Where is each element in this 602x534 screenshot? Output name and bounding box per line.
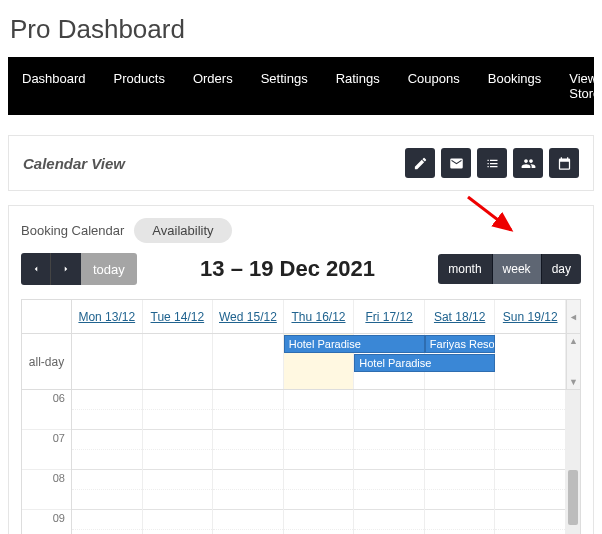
tab-availability[interactable]: Availability	[134, 218, 231, 243]
scrollbar-thumb[interactable]	[568, 470, 578, 525]
time-column[interactable]	[425, 390, 496, 534]
edit-icon[interactable]	[405, 148, 435, 178]
time-label: 06	[22, 390, 71, 430]
time-label: 07	[22, 430, 71, 470]
nav-dashboard[interactable]: Dashboard	[8, 57, 100, 115]
panel-icon-row	[405, 148, 579, 178]
day-header-tue[interactable]: Tue 14/12	[151, 310, 205, 324]
view-day-button[interactable]: day	[542, 254, 581, 284]
nav-view-store[interactable]: View Store	[555, 57, 602, 115]
header-scrollbar[interactable]: ◄	[566, 300, 580, 333]
panel-title: Calendar View	[23, 155, 125, 172]
nav-ratings[interactable]: Ratings	[322, 57, 394, 115]
calendar-icon[interactable]	[549, 148, 579, 178]
calendar-grid: Mon 13/12 Tue 14/12 Wed 15/12 Thu 16/12 …	[21, 299, 581, 534]
time-column[interactable]	[213, 390, 284, 534]
event[interactable]: Hotel Paradise	[284, 335, 425, 353]
view-week-button[interactable]: week	[493, 254, 542, 284]
day-header-mon[interactable]: Mon 13/12	[78, 310, 135, 324]
time-label: 08	[22, 470, 71, 510]
time-scrollbar[interactable]	[566, 390, 580, 534]
users-icon[interactable]	[513, 148, 543, 178]
calendar-tabs: Booking Calendar Availability	[21, 218, 581, 243]
day-header-fri[interactable]: Fri 17/12	[365, 310, 412, 324]
tab-booking-calendar[interactable]: Booking Calendar	[21, 223, 124, 238]
time-column[interactable]	[72, 390, 143, 534]
all-day-label: all-day	[22, 334, 72, 389]
envelope-icon[interactable]	[441, 148, 471, 178]
time-label: 09	[22, 510, 71, 534]
calendar-panel-body: Booking Calendar Availability today 13 –…	[8, 205, 594, 534]
allday-scrollbar[interactable]: ▲▼	[566, 334, 580, 389]
day-header-sun[interactable]: Sun 19/12	[503, 310, 558, 324]
nav-coupons[interactable]: Coupons	[394, 57, 474, 115]
view-month-button[interactable]: month	[438, 254, 492, 284]
time-column[interactable]	[143, 390, 214, 534]
calendar-toolbar: today 13 – 19 Dec 2021 month week day	[21, 253, 581, 285]
nav-bookings[interactable]: Bookings	[474, 57, 555, 115]
time-column[interactable]	[495, 390, 566, 534]
day-header-sat[interactable]: Sat 18/12	[434, 310, 485, 324]
event[interactable]: Fariyas Resort	[425, 335, 496, 353]
next-button[interactable]	[51, 253, 81, 285]
calendar-panel-header: Calendar View	[8, 135, 594, 191]
day-header-wed[interactable]: Wed 15/12	[219, 310, 277, 324]
today-button[interactable]: today	[81, 253, 137, 285]
page-title: Pro Dashboard	[0, 0, 602, 57]
time-column[interactable]	[284, 390, 355, 534]
list-icon[interactable]	[477, 148, 507, 178]
time-column[interactable]	[354, 390, 425, 534]
main-nav: Dashboard Products Orders Settings Ratin…	[8, 57, 594, 115]
nav-orders[interactable]: Orders	[179, 57, 247, 115]
header-gutter	[22, 300, 72, 333]
event[interactable]: Hotel Paradise	[354, 354, 495, 372]
nav-settings[interactable]: Settings	[247, 57, 322, 115]
nav-products[interactable]: Products	[100, 57, 179, 115]
day-header-thu[interactable]: Thu 16/12	[291, 310, 345, 324]
prev-button[interactable]	[21, 253, 51, 285]
date-range-title: 13 – 19 Dec 2021	[200, 256, 375, 282]
view-switch: month week day	[438, 254, 581, 284]
